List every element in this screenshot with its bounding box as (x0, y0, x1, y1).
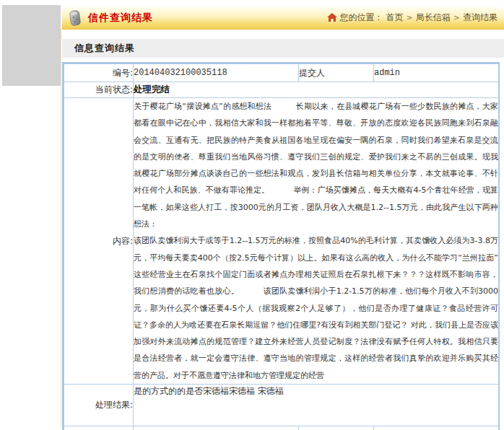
result-value: 是的方式的的是否宋德福宋德福 宋德福 (134, 385, 499, 426)
content-text-cell: 关于樱花广场“摆设摊点”的感想和想法 长期以来，在县城樱花广场有一些少数民族的摊… (134, 98, 499, 385)
table-row-status: 当前状态: 处理完结 (64, 82, 499, 98)
number-value: 201404032100035118 (134, 64, 299, 82)
submitter-label: 提交人 (299, 64, 374, 82)
table-row-result: 处理结果: 是的方式的的是否宋德福宋德福 宋德福 (64, 385, 499, 426)
handler-value: admin (374, 426, 499, 430)
breadcrumb-link-mailbox[interactable]: 局长信箱 (416, 12, 451, 24)
table-row-number: 编号: 201404032100035118 提交人 admin (64, 64, 499, 82)
status-label: 当前状态: (64, 82, 134, 98)
breadcrumb-separator: > (407, 13, 413, 22)
breadcrumb: 您的位置： 首页 > 局长信箱 > 查询结果 (324, 7, 498, 28)
department-label: 处理部门: (64, 426, 134, 430)
handler-label: 处理人 (299, 426, 374, 430)
main-content: 信件查询结果 您的位置： 首页 > 局长信箱 > 查询结果 信息查询结果 编 (62, 0, 504, 430)
breadcrumb-link-result[interactable]: 查询结果 (463, 12, 498, 24)
content-left-accent-line (61, 29, 61, 427)
info-table: 编号: 201404032100035118 提交人 admin 当前状态: 处… (64, 63, 499, 430)
section-title-bar: 信息查询结果 (62, 39, 504, 58)
content-paragraph-1: 关于樱花广场“摆设摊点”的感想和想法 长期以来，在县城樱花广场有一些少数民族的摊… (134, 98, 498, 232)
home-icon (327, 13, 337, 22)
content-label: 内容: (64, 98, 134, 385)
table-row-content: 内容: 关于樱花广场“摆设摊点”的感想和想法 长期以来，在县城樱花广场有一些少数… (64, 98, 499, 385)
breadcrumb-link-home[interactable]: 首页 (386, 12, 404, 24)
number-label: 编号: (64, 64, 134, 82)
table-row-department: 处理部门: 局长信箱 处理人 admin (64, 426, 499, 430)
breadcrumb-label: 您的位置： (340, 12, 383, 24)
result-label: 处理结果: (64, 385, 134, 426)
info-table-border: 编号: 201404032100035118 提交人 admin 当前状态: 处… (62, 62, 500, 430)
submitter-value: admin (374, 64, 499, 82)
status-value-cell: 处理完结 (134, 82, 499, 98)
left-background-panel (2, 5, 61, 86)
status-value: 处理完结 (134, 84, 170, 95)
page-title: 信件查询结果 (88, 12, 153, 25)
breadcrumb-separator: > (453, 13, 460, 22)
content-paragraph-2: 该团队卖馕利润大于或等于1.2--1.5万元的标准，按照食品40%的毛利计算，其… (134, 232, 498, 384)
section-title: 信息查询结果 (74, 42, 135, 55)
page-header-bar: 信件查询结果 您的位置： 首页 > 局长信箱 > 查询结果 (62, 7, 504, 30)
letter-icon (67, 9, 83, 27)
department-value: 局长信箱 (134, 426, 299, 430)
